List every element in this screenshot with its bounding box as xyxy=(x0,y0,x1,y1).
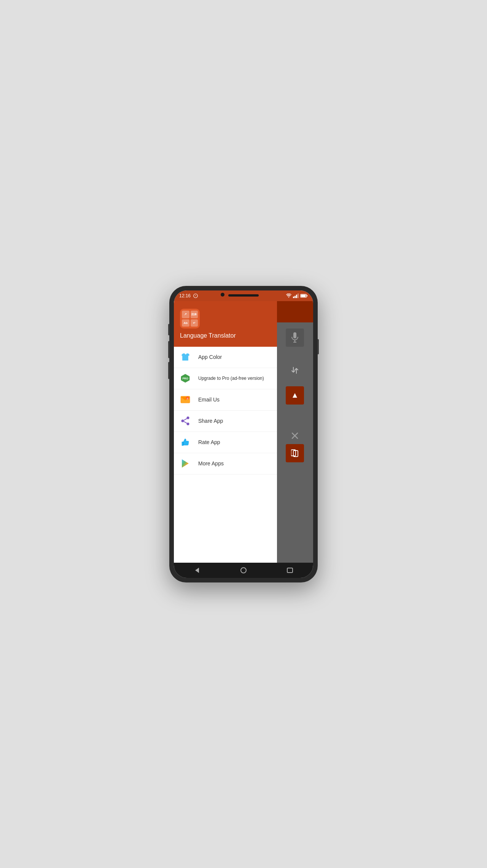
svg-point-12 xyxy=(187,417,189,419)
phone-device: 12:16 xyxy=(169,286,318,582)
svg-text:@: @ xyxy=(187,397,189,400)
email-icon: @ xyxy=(180,394,191,405)
status-time: 12:16 xyxy=(179,293,191,298)
upgrade-pro-label: Upgrade to Pro (ad-free version) xyxy=(198,376,264,381)
svg-marker-17 xyxy=(182,459,189,468)
wifi-icon xyxy=(286,294,291,298)
back-button[interactable] xyxy=(191,565,203,576)
rate-app-label: Rate App xyxy=(198,439,220,445)
icon-cell-2: 抗体 xyxy=(191,311,198,318)
drawer-menu: App Color PRO Upgrade to Pro (ad-free ve… xyxy=(174,347,277,563)
menu-item-upgrade-pro[interactable]: PRO Upgrade to Pro (ad-free version) xyxy=(174,368,277,389)
swap-button[interactable] xyxy=(286,361,304,379)
speaker xyxy=(228,294,259,297)
menu-item-rate-app[interactable]: Rate App xyxy=(174,432,277,453)
menu-item-app-color[interactable]: App Color xyxy=(174,347,277,368)
svg-point-27 xyxy=(241,568,246,573)
screen-content: ↗ 抗体 Ab ↵ Language Translator xyxy=(174,301,313,563)
svg-text:PRO: PRO xyxy=(182,377,188,380)
clear-button[interactable] xyxy=(286,430,304,441)
navigation-bar xyxy=(174,563,313,578)
svg-rect-5 xyxy=(301,295,306,297)
recents-button[interactable] xyxy=(284,565,296,576)
icon-cell-3: Ab xyxy=(182,319,189,327)
camera xyxy=(221,293,224,297)
svg-line-15 xyxy=(184,419,187,421)
volume-up-button xyxy=(168,341,170,358)
icon-cell-1: ↗ xyxy=(182,311,189,318)
battery-icon xyxy=(300,294,308,298)
app-content-area xyxy=(277,301,313,563)
svg-point-14 xyxy=(187,423,189,425)
signal-icon xyxy=(293,294,299,298)
menu-item-more-apps[interactable]: More Apps xyxy=(174,453,277,474)
silent-button xyxy=(168,324,170,335)
power-button xyxy=(317,339,319,354)
app-color-label: App Color xyxy=(198,354,222,360)
email-us-label: Email Us xyxy=(198,397,220,403)
thumbup-icon xyxy=(180,437,191,447)
app-body xyxy=(277,322,313,563)
copy-button[interactable] xyxy=(286,444,304,462)
svg-point-13 xyxy=(181,420,184,422)
pro-icon: PRO xyxy=(180,373,191,384)
tshirt-icon xyxy=(180,352,191,362)
volume-down-button xyxy=(168,362,170,379)
notification-icon xyxy=(193,293,198,298)
svg-line-16 xyxy=(184,422,187,424)
menu-item-email-us[interactable]: @ Email Us xyxy=(174,389,277,411)
playstore-icon xyxy=(180,458,191,469)
share-icon xyxy=(180,416,191,426)
phone-screen: 12:16 xyxy=(174,290,313,578)
navigation-drawer: ↗ 抗体 Ab ↵ Language Translator xyxy=(174,301,277,563)
mic-button[interactable] xyxy=(286,328,304,347)
drawer-header: ↗ 抗体 Ab ↵ Language Translator xyxy=(174,301,277,347)
svg-rect-28 xyxy=(287,568,293,573)
svg-rect-18 xyxy=(293,332,296,338)
status-icons xyxy=(286,294,308,298)
svg-marker-21 xyxy=(293,393,297,398)
more-apps-label: More Apps xyxy=(198,460,224,467)
svg-marker-26 xyxy=(195,568,199,573)
app-header xyxy=(277,301,313,322)
svg-rect-4 xyxy=(307,295,308,296)
home-button[interactable] xyxy=(238,565,249,576)
app-icon: ↗ 抗体 Ab ↵ xyxy=(180,309,200,328)
share-app-label: Share App xyxy=(198,418,223,424)
icon-cell-4: ↵ xyxy=(191,319,198,327)
app-title: Language Translator xyxy=(180,332,271,339)
translate-button[interactable] xyxy=(286,386,304,405)
menu-item-share-app[interactable]: Share App xyxy=(174,411,277,432)
